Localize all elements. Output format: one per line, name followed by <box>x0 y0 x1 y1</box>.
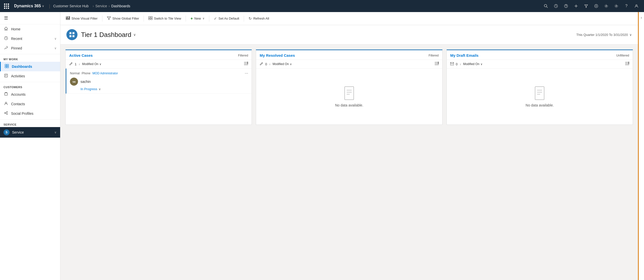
case-owner-link[interactable]: MOD Administrator <box>92 72 118 75</box>
add-icon[interactable] <box>572 2 581 11</box>
new-plus-icon: + <box>190 16 193 21</box>
apps-grid-icon[interactable] <box>3 3 10 10</box>
draft-emails-mail-icon[interactable] <box>450 62 454 66</box>
sidebar-item-accounts[interactable]: Accounts <box>0 90 60 99</box>
svg-point-12 <box>616 6 617 7</box>
draft-emails-card: My Draft Emails Unfiltered 0 ↓ Modified … <box>447 49 633 125</box>
resolved-cases-filter: Filtered <box>429 54 439 57</box>
search-icon[interactable] <box>541 2 550 11</box>
refresh-all-label: Refresh All <box>253 17 269 20</box>
circle-plus-icon[interactable] <box>592 2 601 11</box>
show-global-filter-label: Show Global Filter <box>112 17 139 20</box>
user-icon[interactable] <box>632 2 641 11</box>
active-cases-edit-icon[interactable] <box>69 62 73 66</box>
svg-rect-39 <box>151 17 152 18</box>
svg-rect-43 <box>72 32 74 34</box>
advanced-settings-icon[interactable] <box>612 2 621 11</box>
content-area: Show Visual Filter Show Global Filter Sw… <box>60 12 638 280</box>
pinned-chevron-icon: ∨ <box>54 46 57 50</box>
refresh-icon: ↻ <box>249 16 252 21</box>
recent-icon <box>4 36 9 41</box>
pinned-label: Pinned <box>11 46 22 50</box>
svg-rect-19 <box>5 74 8 77</box>
show-visual-filter-button[interactable]: Show Visual Filter <box>63 15 100 22</box>
activities-label: Activities <box>11 74 25 78</box>
resolved-cases-sort-icon[interactable]: ↓ <box>269 62 271 66</box>
draft-emails-title: My Draft Emails <box>450 53 616 58</box>
brand-name: Dynamics 365 <box>14 4 41 8</box>
show-global-filter-button[interactable]: Show Global Filter <box>104 15 142 22</box>
filter-icon[interactable] <box>582 2 591 11</box>
sidebar-toggle-button[interactable]: ☰ <box>2 14 10 22</box>
dashboard-title-chevron-icon: ∨ <box>133 33 136 37</box>
brand-logo[interactable]: Dynamics 365 ∨ <box>12 4 46 8</box>
draft-emails-toolbar: 0 ↓ Modified On ∨ <box>447 60 633 69</box>
resolved-cases-edit-icon[interactable] <box>260 62 263 66</box>
sidebar-item-home[interactable]: Home <box>0 24 60 34</box>
draft-emails-filter: Unfiltered <box>616 54 629 57</box>
settings-icon[interactable] <box>602 2 611 11</box>
draft-emails-sort-icon[interactable]: ↓ <box>460 62 461 66</box>
svg-point-4 <box>566 7 566 7</box>
switch-tile-view-label: Switch to Tile View <box>154 17 181 20</box>
sidebar-item-social-profiles[interactable]: Social Profiles <box>0 109 60 118</box>
svg-rect-22 <box>5 93 8 95</box>
question-icon[interactable]: ? <box>622 2 631 11</box>
help-icon[interactable] <box>561 2 571 11</box>
draft-emails-no-data-icon <box>534 86 546 100</box>
dashboard-title[interactable]: Tier 1 Dashboard ∨ <box>81 31 136 39</box>
resolved-cases-view-btn[interactable] <box>435 62 439 66</box>
active-cases-body: Normal Phone MOD Administrator ··· sa sa… <box>66 69 252 125</box>
case-row-top: Normal Phone MOD Administrator ··· <box>70 71 248 76</box>
new-button[interactable]: + New ∨ <box>188 15 207 22</box>
sidebar-item-recent[interactable]: Recent ∨ <box>0 34 60 43</box>
sidebar-item-activities[interactable]: Activities <box>0 71 60 81</box>
sidebar-item-contacts[interactable]: Contacts <box>0 99 60 109</box>
case-status-chevron-icon[interactable]: ∨ <box>99 87 101 91</box>
active-cases-sort-label: Modified On <box>82 62 98 66</box>
resolved-cases-sort[interactable]: Modified On ∨ <box>273 62 292 66</box>
sidebar-item-service[interactable]: S Service ∨ <box>0 127 60 138</box>
pinned-icon <box>4 46 9 51</box>
svg-rect-36 <box>69 17 70 19</box>
active-cases-sort-chevron-icon: ∨ <box>99 63 101 66</box>
dashboard-date-range[interactable]: This Quarter 1/1/2020 To 3/31/2020 ∨ <box>576 33 632 37</box>
svg-line-1 <box>546 7 548 8</box>
sidebar-item-pinned[interactable]: Pinned ∨ <box>0 43 60 53</box>
resolved-cases-card: My Resolved Cases Filtered 0 ↓ Modified … <box>256 49 442 125</box>
active-cases-header: Active Cases Filtered <box>66 50 252 60</box>
resolved-cases-sort-label: Modified On <box>273 62 289 66</box>
case-status-row: In Progress ∨ <box>70 87 248 91</box>
draft-emails-sort[interactable]: Modified On ∨ <box>463 62 482 66</box>
active-cases-sort[interactable]: Modified On ∨ <box>82 62 101 66</box>
case-more-icon[interactable]: ··· <box>245 71 248 76</box>
refresh-all-button[interactable]: ↻ Refresh All <box>246 15 272 22</box>
active-cases-sort-icon[interactable]: ↓ <box>78 62 80 66</box>
new-chevron-icon: ∨ <box>203 17 205 20</box>
set-default-button[interactable]: ✓ Set As Default <box>211 15 242 22</box>
svg-rect-51 <box>247 63 248 64</box>
social-profiles-icon <box>4 111 9 116</box>
breadcrumb-parent[interactable]: Service <box>95 4 107 8</box>
svg-rect-15 <box>5 64 7 66</box>
right-panel-collapse-button[interactable]: ‹ <box>639 14 643 21</box>
active-cases-view-btn[interactable] <box>244 62 248 66</box>
resolved-cases-body: No data available. <box>256 69 442 125</box>
draft-emails-view-btn[interactable] <box>625 62 629 66</box>
right-panel: ‹ <box>638 12 644 280</box>
social-profiles-label: Social Profiles <box>11 111 33 116</box>
svg-rect-40 <box>149 19 150 20</box>
activity-icon[interactable] <box>551 2 560 11</box>
switch-tile-view-button[interactable]: Switch to Tile View <box>146 15 184 22</box>
svg-point-26 <box>7 114 8 115</box>
dashboard-title-text: Tier 1 Dashboard <box>81 31 131 39</box>
case-status-link[interactable]: In Progress <box>80 87 97 91</box>
dashboard-content: Active Cases Filtered 1 ↓ Modified On ∨ <box>60 44 638 280</box>
active-cases-count: 1 <box>75 62 76 66</box>
visual-filter-icon <box>66 16 70 21</box>
sidebar-item-dashboards[interactable]: Dashboards <box>0 62 60 71</box>
svg-rect-16 <box>7 64 9 66</box>
draft-emails-no-data-text: No data available. <box>526 103 554 107</box>
svg-rect-17 <box>5 66 7 68</box>
top-nav-icons: ? <box>541 2 641 11</box>
